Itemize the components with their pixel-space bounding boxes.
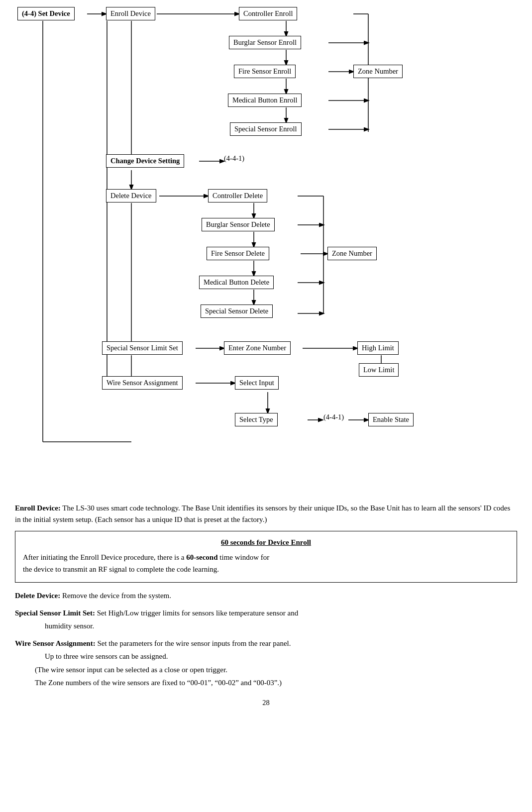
medical-button-enroll-box: Medical Button Enroll xyxy=(228,94,302,107)
special-sensor-limit-set-box: Special Sensor Limit Set xyxy=(102,341,183,355)
enter-zone-number-box: Enter Zone Number xyxy=(224,341,291,355)
burglar-sensor-delete-box: Burglar Sensor Delete xyxy=(202,218,275,231)
wire-sensor-assignment-box: Wire Sensor Assignment xyxy=(102,376,183,390)
delete-device-title: Delete Device: xyxy=(15,592,60,600)
highlight-title: 60 seconds for Device Enroll xyxy=(23,536,509,548)
special-sensor-enroll-box: Special Sensor Enroll xyxy=(230,122,302,136)
delete-device-box: Delete Device xyxy=(106,189,156,203)
special-sensor-text2: humidity sensor. xyxy=(45,620,517,632)
high-limit-box: High Limit xyxy=(357,341,399,355)
enroll-device-section: Enroll Device: The LS-30 uses smart code… xyxy=(15,503,517,525)
medical-button-delete-box: Medical Button Delete xyxy=(199,276,274,289)
highlight-box: 60 seconds for Device Enroll After initi… xyxy=(15,531,517,583)
delete-device-text: Remove the device from the system. xyxy=(62,592,171,600)
wire-sensor-text4: The Zone numbers of the wire sensors are… xyxy=(35,677,517,689)
fire-sensor-delete-box: Fire Sensor Delete xyxy=(207,247,269,260)
fire-sensor-enroll-box: Fire Sensor Enroll xyxy=(234,65,296,78)
select-type-box: Select Type xyxy=(235,413,278,426)
enroll-device-text: The LS-30 uses smart code technology. Th… xyxy=(15,504,510,523)
highlight-text: After initiating the Enroll Device proce… xyxy=(23,551,509,575)
set-device-box: (4-4) Set Device xyxy=(17,7,75,20)
wire-sensor-text3: (The wire sensor input can be selected a… xyxy=(35,664,517,676)
diagram-area: (4-4) Set Device Enroll Device Controlle… xyxy=(15,5,517,493)
select-input-box: Select Input xyxy=(235,376,279,390)
enroll-device-box: Enroll Device xyxy=(106,7,155,20)
zone-number-1-box: Zone Number xyxy=(353,65,403,78)
enroll-device-title: Enroll Device: xyxy=(15,504,61,512)
low-limit-box: Low Limit xyxy=(359,363,399,377)
wire-sensor-title: Wire Sensor Assignment: xyxy=(15,639,96,647)
delete-device-section: Delete Device: Remove the device from th… xyxy=(15,590,517,602)
label-4-4-1b: (4-4-1) xyxy=(323,413,344,421)
wire-sensor-text2: Up to three wire sensors can be assigned… xyxy=(45,651,517,662)
change-device-setting-box: Change Device Setting xyxy=(106,154,184,168)
controller-delete-box: Controller Delete xyxy=(208,189,267,203)
special-sensor-section: Special Sensor Limit Set: Set High/Low t… xyxy=(15,608,517,632)
controller-enroll-box: Controller Enroll xyxy=(239,7,297,20)
enable-state-box: Enable State xyxy=(368,413,414,426)
wire-sensor-section: Wire Sensor Assignment: Set the paramete… xyxy=(15,638,517,689)
label-4-4-1: (4-4-1) xyxy=(224,154,244,163)
page-number: 28 xyxy=(15,699,517,707)
special-sensor-title: Special Sensor Limit Set: xyxy=(15,609,95,617)
special-sensor-delete-box: Special Sensor Delete xyxy=(201,304,273,318)
special-sensor-text: Set High/Low trigger limits for sensors … xyxy=(97,609,299,617)
burglar-sensor-enroll-box: Burglar Sensor Enroll xyxy=(229,36,301,49)
zone-number-2-box: Zone Number xyxy=(327,247,377,260)
wire-sensor-text: Set the parameters for the wire sensor i… xyxy=(97,639,291,647)
